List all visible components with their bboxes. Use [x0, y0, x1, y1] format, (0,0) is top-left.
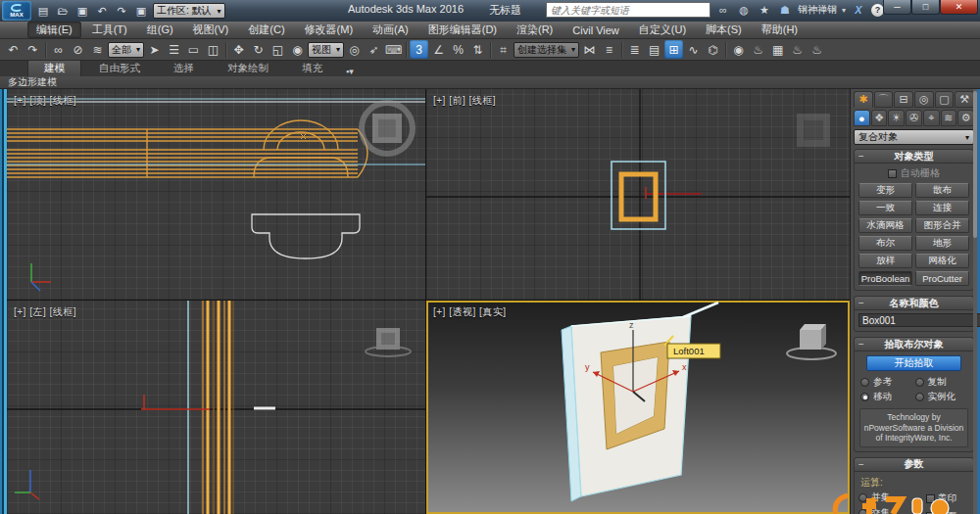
viewcube-icon[interactable]: [797, 114, 830, 147]
viewcube-icon[interactable]: [366, 328, 411, 356]
radio-reference[interactable]: 参考: [860, 376, 913, 389]
menu-rendering[interactable]: 渲染(R): [508, 22, 562, 38]
render-production-icon[interactable]: ♨: [788, 40, 807, 59]
favorites-star-icon[interactable]: ★: [757, 3, 772, 18]
tab-create[interactable]: ✱: [854, 91, 873, 108]
radio-move[interactable]: 移动: [860, 391, 913, 403]
close-button[interactable]: ✕: [940, 0, 978, 15]
user-account-icon[interactable]: ☗: [777, 3, 793, 18]
tab-utilities[interactable]: ⚒: [955, 91, 974, 108]
ribbon-tab-object-paint[interactable]: 对象绘制: [212, 61, 284, 76]
button-shapemerge[interactable]: 图形合并: [915, 218, 969, 233]
polygon-modeling-label[interactable]: 多边形建模: [8, 75, 57, 89]
mirror-icon[interactable]: ⋈: [580, 40, 599, 59]
menu-edit[interactable]: 编辑(E): [27, 22, 81, 38]
ribbon-tab-populate[interactable]: 填充: [286, 61, 338, 76]
subtab-helpers[interactable]: ⌖: [923, 110, 940, 126]
create-selection-set-dropdown[interactable]: 创建选择集 ▾: [514, 42, 579, 58]
snaps-toggle-icon[interactable]: 3: [410, 40, 428, 59]
select-and-scale-icon[interactable]: ◱: [269, 40, 287, 59]
button-scatter[interactable]: 散布: [915, 183, 969, 198]
button-boolean[interactable]: 布尔: [858, 236, 912, 251]
radio-instance[interactable]: 实例化: [915, 391, 968, 403]
keyboard-override-icon[interactable]: ⌨: [384, 40, 403, 59]
ribbon-toggle-icon[interactable]: ▤: [645, 40, 663, 59]
button-mesher[interactable]: 网格化: [915, 254, 969, 268]
select-by-name-icon[interactable]: ☰: [165, 40, 183, 59]
layer-manager-icon[interactable]: ≣: [625, 40, 644, 59]
named-selection-sets-icon[interactable]: ⌗: [494, 40, 513, 59]
checkbox-imprint[interactable]: 盖印: [926, 492, 969, 505]
panel-scrollbar[interactable]: [973, 89, 977, 514]
tab-modify[interactable]: ⌒: [874, 91, 894, 108]
object-type-header[interactable]: − 对象类型: [855, 150, 973, 164]
redo-quick-icon[interactable]: ↷: [114, 3, 129, 19]
viewport-top-label[interactable]: [+] [顶] [线框]: [14, 94, 76, 108]
exchange-icon[interactable]: X: [851, 3, 866, 18]
render-iterative-icon[interactable]: ♨: [808, 40, 826, 59]
button-procutter[interactable]: ProCutter: [915, 271, 969, 286]
tab-motion[interactable]: ◎: [914, 91, 934, 108]
viewport-front-label[interactable]: [+] [前] [线框]: [433, 94, 496, 108]
button-morph[interactable]: 变形: [858, 183, 912, 198]
redo-icon[interactable]: ↷: [24, 40, 42, 59]
material-editor-icon[interactable]: ◉: [729, 40, 748, 59]
viewport-top[interactable]: [+] [顶] [线框]: [7, 89, 425, 300]
viewport-left[interactable]: [+] [左] [线框]: [7, 301, 425, 514]
menu-group[interactable]: 组(G): [138, 22, 182, 38]
autogrid-checkbox-row[interactable]: 自动栅格: [858, 166, 969, 180]
radio-copy[interactable]: 复制: [915, 376, 968, 389]
minimize-button[interactable]: ─: [883, 0, 911, 15]
pick-boolean-header[interactable]: − 拾取布尔对象: [855, 338, 973, 351]
tab-display[interactable]: ▢: [935, 91, 955, 108]
workspace-dropdown[interactable]: 工作区: 默认 ▾: [153, 3, 225, 19]
parameters-header[interactable]: − 参数: [855, 458, 973, 472]
subtab-shapes[interactable]: ❖: [871, 110, 888, 126]
schematic-view-icon[interactable]: ⌬: [704, 40, 722, 59]
menu-create[interactable]: 创建(C): [239, 22, 293, 38]
ribbon-tab-freeform[interactable]: 自由形式: [83, 61, 156, 76]
align-icon[interactable]: ≡: [600, 40, 618, 59]
menu-help[interactable]: 帮助(H): [753, 22, 807, 38]
undo-quick-icon[interactable]: ↶: [94, 3, 110, 19]
name-color-header[interactable]: − 名称和颜色: [855, 297, 973, 310]
scene-explorer-icon[interactable]: ⊞: [664, 40, 683, 59]
subtab-lights[interactable]: ☀: [888, 110, 905, 126]
menu-tools[interactable]: 工具(T): [83, 22, 136, 38]
reference-coordinate-dropdown[interactable]: 视图 ▾: [308, 42, 344, 58]
subtab-systems[interactable]: ⚙: [957, 110, 974, 126]
save-file-icon[interactable]: ▣: [74, 3, 90, 19]
object-name-input[interactable]: [858, 313, 980, 327]
subtab-cameras[interactable]: ✇: [906, 110, 922, 126]
viewport-perspective[interactable]: [+] [透视] [真实] z: [426, 301, 850, 514]
new-file-icon[interactable]: ▤: [35, 3, 51, 19]
menu-customize[interactable]: 自定义(U): [630, 22, 695, 38]
category-dropdown[interactable]: 复合对象 ▾: [854, 129, 974, 145]
checkbox-cookie[interactable]: 切面: [926, 510, 969, 514]
rendered-frame-window-icon[interactable]: ▦: [768, 40, 787, 59]
username-label[interactable]: 钢神禅钢: [798, 3, 837, 17]
button-conform[interactable]: 一致: [858, 201, 912, 215]
subtab-spacewarps[interactable]: ≋: [941, 110, 957, 126]
button-loft[interactable]: 放样: [858, 254, 912, 268]
menu-views[interactable]: 视图(V): [184, 22, 238, 38]
radio-intersection[interactable]: 交集: [858, 507, 926, 514]
undo-icon[interactable]: ↶: [4, 40, 23, 59]
button-connect[interactable]: 连接: [915, 201, 969, 215]
user-chevron-icon[interactable]: ▾: [842, 6, 846, 15]
ribbon-minimize-icon[interactable]: ▪▾: [340, 67, 360, 76]
viewport-front[interactable]: [+] [前] [线框]: [426, 89, 850, 300]
menu-modifiers[interactable]: 修改器(M): [296, 22, 363, 38]
spinner-snap-icon[interactable]: ⇅: [468, 40, 487, 59]
menu-graph-editors[interactable]: 图形编辑器(D): [419, 22, 506, 38]
select-and-move-icon[interactable]: ✥: [229, 40, 248, 59]
select-and-rotate-icon[interactable]: ↻: [249, 40, 268, 59]
maximize-button[interactable]: □: [911, 0, 940, 15]
viewcube-icon[interactable]: [787, 324, 836, 359]
use-pivot-center-icon[interactable]: ◎: [345, 40, 364, 59]
communication-center-icon[interactable]: ◍: [736, 3, 752, 18]
curve-editor-icon[interactable]: ∿: [684, 40, 703, 59]
ribbon-tab-selection[interactable]: 选择: [158, 61, 210, 76]
app-logo[interactable]: MAX: [2, 1, 31, 21]
button-proboolean[interactable]: ProBoolean: [858, 271, 912, 286]
